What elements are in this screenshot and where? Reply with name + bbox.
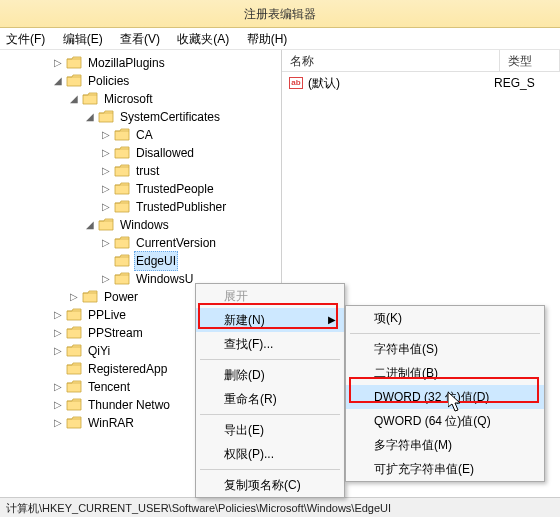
tree-node-disallowed[interactable]: ▷Disallowed — [4, 144, 281, 162]
tree-toggle-icon[interactable]: ▷ — [100, 144, 112, 162]
folder-icon — [114, 254, 130, 268]
tree-node-edgeui[interactable]: EdgeUI — [4, 252, 281, 270]
menu-separator — [200, 469, 340, 470]
tree-toggle-icon[interactable]: ◢ — [84, 216, 96, 234]
tree-node-label: Windows — [118, 216, 171, 234]
tree-node-mozilla[interactable]: ▷MozillaPlugins — [4, 54, 281, 72]
tree-node-label: PPLive — [86, 306, 128, 324]
tree-node-label: CA — [134, 126, 155, 144]
tree-node-label: Policies — [86, 72, 131, 90]
col-name[interactable]: 名称 — [282, 50, 500, 71]
col-type[interactable]: 类型 — [500, 50, 560, 71]
tree-toggle-icon[interactable]: ▷ — [52, 378, 64, 396]
tree-toggle-icon[interactable]: ▷ — [100, 180, 112, 198]
folder-icon — [66, 344, 82, 358]
menu-bar: 文件(F) 编辑(E) 查看(V) 收藏夹(A) 帮助(H) — [0, 28, 560, 50]
mi-new-binary[interactable]: 二进制值(B) — [346, 361, 544, 385]
tree-toggle-icon[interactable]: ▷ — [52, 324, 64, 342]
folder-icon — [114, 164, 130, 178]
tree-node-syscert[interactable]: ◢SystemCertificates — [4, 108, 281, 126]
tree-node-label: MozillaPlugins — [86, 54, 167, 72]
folder-icon — [66, 362, 82, 376]
tree-node-label: SystemCertificates — [118, 108, 222, 126]
tree-toggle-icon[interactable]: ▷ — [52, 396, 64, 414]
tree-node-label: Power — [102, 288, 140, 306]
menu-separator — [200, 414, 340, 415]
menu-help[interactable]: 帮助(H) — [247, 32, 288, 46]
folder-icon — [66, 416, 82, 430]
tree-node-label: CurrentVersion — [134, 234, 218, 252]
folder-icon — [66, 56, 82, 70]
mi-new-expandstring[interactable]: 可扩充字符串值(E) — [346, 457, 544, 481]
menu-file[interactable]: 文件(F) — [6, 32, 45, 46]
tree-node-label: Tencent — [86, 378, 132, 396]
folder-icon — [98, 218, 114, 232]
tree-node-label: RegisteredApp — [86, 360, 169, 378]
mi-new-key[interactable]: 项(K) — [346, 306, 544, 330]
tree-toggle-icon[interactable]: ▷ — [100, 162, 112, 180]
tree-node-microsoft[interactable]: ◢Microsoft — [4, 90, 281, 108]
mi-new-label: 新建(N) — [224, 313, 265, 327]
tree-node-trust[interactable]: ▷trust — [4, 162, 281, 180]
tree-node-currentversion[interactable]: ▷CurrentVersion — [4, 234, 281, 252]
mi-expand: 展开 — [196, 284, 344, 308]
menu-separator — [350, 333, 540, 334]
tree-toggle-icon[interactable]: ▷ — [100, 234, 112, 252]
tree-node-ca[interactable]: ▷CA — [4, 126, 281, 144]
mi-new[interactable]: 新建(N)▶ — [196, 308, 344, 332]
tree-node-trustedpub[interactable]: ▷TrustedPublisher — [4, 198, 281, 216]
mi-rename[interactable]: 重命名(R) — [196, 387, 344, 411]
value-type: REG_S — [494, 76, 554, 90]
folder-icon — [66, 308, 82, 322]
tree-node-label: Disallowed — [134, 144, 196, 162]
mi-new-multistring[interactable]: 多字符串值(M) — [346, 433, 544, 457]
string-icon: ab — [288, 75, 304, 91]
mi-export[interactable]: 导出(E) — [196, 418, 344, 442]
list-row[interactable]: ab (默认) REG_S — [288, 74, 554, 92]
value-name: (默认) — [308, 75, 494, 92]
tree-node-label: QiYi — [86, 342, 112, 360]
menu-favorites[interactable]: 收藏夹(A) — [177, 32, 229, 46]
folder-icon — [114, 182, 130, 196]
tree-node-label: Microsoft — [102, 90, 155, 108]
folder-icon — [82, 290, 98, 304]
folder-icon — [66, 326, 82, 340]
context-menu-key[interactable]: 展开 新建(N)▶ 查找(F)... 删除(D) 重命名(R) 导出(E) 权限… — [195, 283, 345, 498]
menu-edit[interactable]: 编辑(E) — [63, 32, 103, 46]
tree-node-policies[interactable]: ◢Policies — [4, 72, 281, 90]
tree-toggle-icon[interactable]: ◢ — [68, 90, 80, 108]
mi-copyname[interactable]: 复制项名称(C) — [196, 473, 344, 497]
folder-icon — [66, 74, 82, 88]
tree-toggle-icon[interactable]: ◢ — [84, 108, 96, 126]
mi-permissions[interactable]: 权限(P)... — [196, 442, 344, 466]
tree-toggle-icon[interactable]: ▷ — [100, 270, 112, 288]
folder-icon — [98, 110, 114, 124]
context-menu-new[interactable]: 项(K) 字符串值(S) 二进制值(B) DWORD (32 位)值(D) QW… — [345, 305, 545, 482]
mi-new-string[interactable]: 字符串值(S) — [346, 337, 544, 361]
folder-icon — [66, 398, 82, 412]
tree-toggle-icon[interactable]: ▷ — [100, 198, 112, 216]
mi-find[interactable]: 查找(F)... — [196, 332, 344, 356]
tree-toggle-icon[interactable]: ▷ — [52, 306, 64, 324]
menu-view[interactable]: 查看(V) — [120, 32, 160, 46]
tree-toggle-icon[interactable]: ▷ — [52, 54, 64, 72]
tree-toggle-icon[interactable]: ◢ — [52, 72, 64, 90]
menu-separator — [200, 359, 340, 360]
tree-toggle-icon[interactable]: ▷ — [68, 288, 80, 306]
tree-node-label: WinRAR — [86, 414, 136, 432]
tree-node-trustedpeople[interactable]: ▷TrustedPeople — [4, 180, 281, 198]
tree-node-windows_p[interactable]: ◢Windows — [4, 216, 281, 234]
tree-toggle-icon[interactable] — [52, 360, 64, 378]
tree-node-label: trust — [134, 162, 161, 180]
folder-icon — [114, 236, 130, 250]
tree-node-label: PPStream — [86, 324, 145, 342]
tree-toggle-icon[interactable]: ▷ — [52, 414, 64, 432]
window-title: 注册表编辑器 — [0, 0, 560, 28]
tree-toggle-icon[interactable]: ▷ — [52, 342, 64, 360]
mi-delete[interactable]: 删除(D) — [196, 363, 344, 387]
mi-new-dword[interactable]: DWORD (32 位)值(D) — [346, 385, 544, 409]
tree-node-label: TrustedPublisher — [134, 198, 228, 216]
tree-toggle-icon[interactable] — [100, 252, 112, 270]
mi-new-qword[interactable]: QWORD (64 位)值(Q) — [346, 409, 544, 433]
tree-toggle-icon[interactable]: ▷ — [100, 126, 112, 144]
